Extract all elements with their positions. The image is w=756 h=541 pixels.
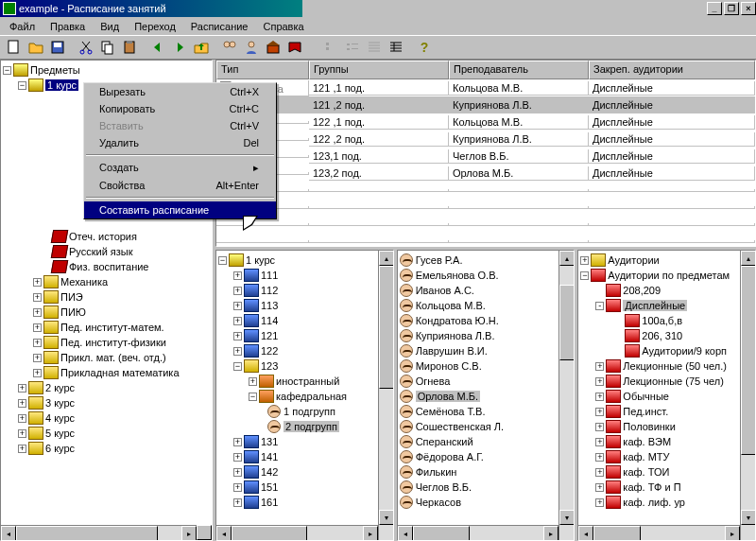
tree-course-4[interactable]: +4 курс	[3, 410, 210, 426]
tree-item[interactable]: +ПИЭ	[3, 289, 210, 305]
paste-icon[interactable]	[119, 37, 140, 58]
tree-item[interactable]: +каф. ТОИ	[580, 464, 753, 480]
tree-item[interactable]: +Пед. институт-матем.	[3, 320, 210, 335]
tree-item[interactable]: +161	[218, 495, 391, 510]
menu-go[interactable]: Переход	[127, 19, 183, 34]
context-menu-item[interactable]: Создать	[84, 159, 276, 177]
menu-view[interactable]: Вид	[93, 19, 127, 34]
tree-item[interactable]: Емельянова О.В.	[400, 268, 573, 283]
tree-course-5[interactable]: +5 курс	[3, 426, 210, 441]
v-scrollbar[interactable]: ▴▾	[740, 251, 755, 540]
col-teacher[interactable]: Преподаватель	[449, 61, 589, 79]
h-scrollbar[interactable]: ◂▸	[216, 525, 378, 540]
tree-course-3[interactable]: +3 курс	[3, 395, 210, 410]
context-menu-item[interactable]: КопироватьCtrl+C	[84, 100, 276, 117]
tree-item[interactable]: Чеглов В.Б.	[400, 480, 573, 495]
tree-item[interactable]: 1 подгрупп	[218, 404, 391, 419]
tree-item[interactable]: Лаврушин В.И.	[400, 343, 573, 358]
tree-item[interactable]: +ПИЮ	[3, 305, 210, 320]
tree-item[interactable]: +Механика	[3, 274, 210, 289]
tree-item[interactable]: Сошественская Л.	[400, 419, 573, 434]
grid-row[interactable]: 121 ,2 под.Куприянова Л.В.Дисплейные	[216, 96, 755, 113]
h-scrollbar[interactable]: ◂▸	[1, 525, 197, 540]
tree-item[interactable]: +Половинки	[580, 419, 753, 434]
tree-item[interactable]: +каф. МТУ	[580, 449, 753, 464]
help-icon[interactable]: ?	[414, 37, 435, 58]
tree-item[interactable]: Аудитории/9 корп	[580, 343, 753, 358]
tree-item[interactable]: −Аудитории по предметам	[580, 268, 753, 283]
tree-item[interactable]: Отеч. история	[3, 229, 210, 244]
context-menu-item[interactable]: СвойстваAlt+Enter	[84, 177, 276, 194]
tree-item[interactable]: +Лекционные (50 чел.)	[580, 358, 753, 374]
context-menu-item[interactable]: ВырезатьCtrl+X	[84, 83, 276, 100]
tree-item[interactable]: Огнева	[400, 374, 573, 389]
h-scrollbar[interactable]: ◂▸	[578, 525, 740, 540]
tree-item[interactable]: Филькин	[400, 464, 573, 480]
tree-item[interactable]: Кондратова Ю.Н.	[400, 313, 573, 328]
tree-item[interactable]: Орлова М.Б.	[400, 389, 573, 404]
tree-item[interactable]: Миронов С.В.	[400, 358, 573, 374]
tree-item[interactable]: +каф. ТФ и П	[580, 480, 753, 495]
menu-schedule[interactable]: Расписание	[183, 19, 256, 34]
tree-item[interactable]: +113	[218, 298, 391, 313]
forward-icon[interactable]	[169, 37, 190, 58]
tree-item[interactable]: Куприянова Л.В.	[400, 328, 573, 343]
tree-root[interactable]: −Предметы	[3, 62, 210, 78]
tree-item[interactable]: 2 подгрупп	[218, 419, 391, 434]
grid-body[interactable]: ПР. 3 часа 121 ,1 под. Кольцова М.В. Дис…	[216, 79, 755, 247]
new-icon[interactable]	[4, 37, 25, 58]
tree-item[interactable]: +Прикл. мат. (веч. отд.)	[3, 350, 210, 365]
tree-item[interactable]: +112	[218, 283, 391, 298]
tree-item[interactable]: Черкасов	[400, 495, 573, 510]
books-icon[interactable]	[284, 37, 305, 58]
tree-item[interactable]: 206, 310	[580, 328, 753, 343]
tree-item[interactable]: +122	[218, 343, 391, 358]
col-type[interactable]: Тип	[216, 61, 309, 79]
tree-item[interactable]: −кафедральная	[218, 389, 391, 404]
v-scrollbar[interactable]: ▴▾	[558, 251, 574, 540]
tree-item[interactable]: +каф. лиф. ур	[580, 495, 753, 510]
menu-help[interactable]: Справка	[255, 19, 311, 34]
tree-item[interactable]: +114	[218, 313, 391, 328]
context-menu-item[interactable]: УдалитьDel	[84, 134, 276, 151]
copy-icon[interactable]	[97, 37, 118, 58]
tree-item[interactable]: +Аудитории	[580, 253, 753, 268]
tree-item[interactable]: Фёдорова А.Г.	[400, 449, 573, 464]
tree-item[interactable]: -Дисплейные	[580, 298, 753, 313]
tree-item[interactable]: Русский язык	[3, 244, 210, 259]
cut-icon[interactable]	[76, 37, 96, 58]
list3-icon[interactable]	[364, 37, 385, 58]
tree-item[interactable]: Гусев Р.А.	[400, 253, 573, 268]
tree-course-2[interactable]: +2 курс	[3, 380, 210, 395]
v-scrollbar[interactable]: ▴▾	[378, 251, 393, 540]
tree-item[interactable]: Семёнова Т.В.	[400, 404, 573, 419]
tree-item[interactable]: +Обычные	[580, 389, 753, 404]
h-scrollbar[interactable]: ◂▸	[398, 525, 559, 540]
tree-item[interactable]: −123	[218, 358, 391, 374]
grid-row-first[interactable]: ПР. 3 часа 121 ,1 под. Кольцова М.В. Дис…	[216, 79, 755, 96]
tree-item[interactable]: +151	[218, 480, 391, 495]
tree-item[interactable]: +Пед. институт-физики	[3, 335, 210, 350]
menu-file[interactable]: Файл	[2, 19, 43, 34]
grid-row[interactable]: 123,1 под.Чеглов В.Б.Дисплейные	[216, 148, 755, 165]
save-icon[interactable]	[47, 37, 68, 58]
tree-item[interactable]: Физ. воспитание	[3, 259, 210, 274]
tree-item[interactable]: +111	[218, 268, 391, 283]
tree-item[interactable]: Сперанский	[400, 434, 573, 449]
person-icon[interactable]	[241, 37, 262, 58]
tree-item[interactable]: +Лекционные (75 чел)	[580, 374, 753, 389]
tree-item[interactable]: +Пед.инст.	[580, 404, 753, 419]
close-button[interactable]: ×	[741, 2, 756, 15]
grid-row[interactable]: 122 ,1 под.Кольцова М.В.Дисплейные	[216, 113, 755, 131]
people-icon[interactable]	[219, 37, 240, 58]
details-icon[interactable]	[386, 37, 406, 58]
tree-item[interactable]: 100а,б,в	[580, 313, 753, 328]
tree-item[interactable]: +131	[218, 434, 391, 449]
tree-item[interactable]: +121	[218, 328, 391, 343]
tree-item[interactable]: +142	[218, 464, 391, 480]
maximize-button[interactable]: ❐	[724, 2, 739, 15]
list2-icon[interactable]	[342, 37, 363, 58]
tree-item[interactable]: Кольцова М.В.	[400, 298, 573, 313]
open-icon[interactable]	[26, 37, 46, 58]
tree-course-6[interactable]: +6 курс	[3, 441, 210, 456]
